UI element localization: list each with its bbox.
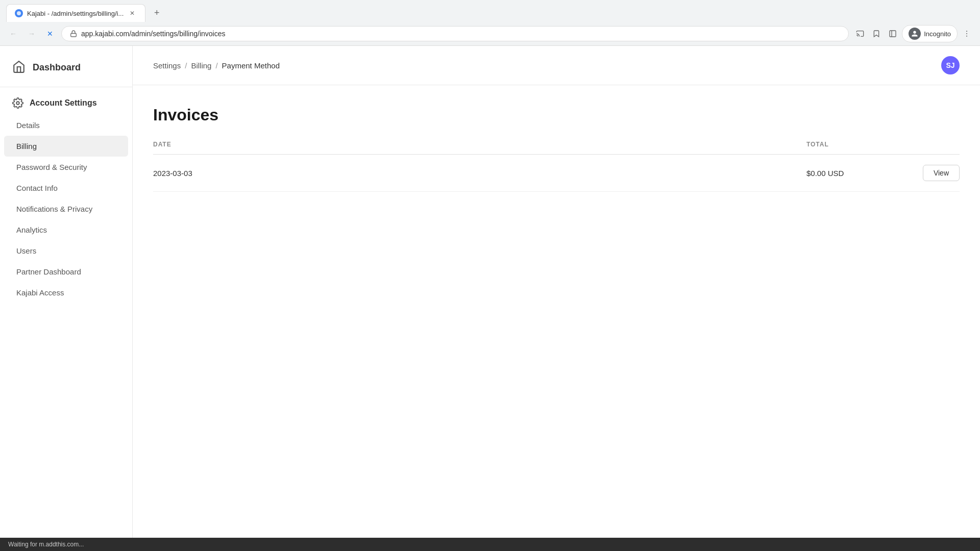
incognito-avatar (909, 28, 921, 40)
breadcrumb-sep-2: / (215, 61, 217, 70)
tab-favicon (15, 9, 23, 17)
sidebar-item-users[interactable]: Users (4, 240, 128, 261)
main-content: Settings / Billing / Payment Method SJ I… (133, 46, 980, 538)
kajabi-access-label: Kajabi Access (16, 288, 64, 297)
incognito-label: Incognito (924, 30, 951, 38)
content-area: Invoices DATE TOTAL 2023-03-03 $0.00 USD… (133, 85, 980, 538)
partner-dashboard-label: Partner Dashboard (16, 267, 81, 276)
breadcrumb: Settings / Billing / Payment Method (153, 61, 280, 70)
sidebar-item-contact-info[interactable]: Contact Info (4, 178, 128, 198)
svg-point-7 (966, 36, 967, 37)
svg-rect-1 (71, 33, 77, 36)
sidebar-item-partner-dashboard[interactable]: Partner Dashboard (4, 261, 128, 282)
svg-point-8 (16, 102, 19, 105)
dashboard-label: Dashboard (33, 62, 81, 73)
table-header: DATE TOTAL (153, 141, 960, 155)
reload-button[interactable]: ✕ (43, 27, 57, 41)
contact-info-label: Contact Info (16, 184, 58, 192)
cast-icon[interactable] (853, 27, 867, 41)
col-action-header (909, 141, 960, 148)
browser-toolbar: ← → ✕ app.kajabi.com/admin/settings/bill… (0, 22, 980, 45)
breadcrumb-sep-1: / (185, 61, 187, 70)
status-bar: Waiting for m.addthis.com... (0, 538, 980, 551)
svg-point-5 (966, 31, 967, 32)
new-tab-button[interactable]: + (150, 6, 164, 20)
home-icon (12, 60, 27, 74)
password-security-label: Password & Security (16, 163, 87, 171)
account-settings-section: Account Settings (0, 87, 132, 115)
top-bar: Settings / Billing / Payment Method SJ (133, 46, 980, 85)
back-button[interactable]: ← (6, 27, 20, 41)
page-title: Invoices (153, 106, 960, 124)
col-date-header: DATE (153, 141, 806, 148)
sidebar-toggle-icon[interactable] (886, 27, 900, 41)
user-avatar[interactable]: SJ (941, 56, 960, 74)
url-text: app.kajabi.com/admin/settings/billing/in… (81, 30, 840, 38)
sidebar-dashboard-link[interactable]: Dashboard (0, 46, 132, 87)
table-row: 2023-03-03 $0.00 USD View (153, 155, 960, 192)
tab-close-button[interactable]: ✕ (128, 9, 137, 18)
toolbar-actions: Incognito (853, 25, 974, 42)
account-settings-label: Account Settings (30, 98, 97, 108)
app-container: Dashboard Account Settings Details Billi… (0, 46, 980, 538)
address-bar[interactable]: app.kajabi.com/admin/settings/billing/in… (61, 26, 849, 41)
more-menu-icon[interactable] (960, 27, 974, 41)
incognito-button[interactable]: Incognito (902, 25, 958, 42)
users-label: Users (16, 246, 36, 255)
svg-rect-3 (890, 31, 896, 37)
invoice-date: 2023-03-03 (153, 169, 806, 178)
invoice-total: $0.00 USD (806, 169, 909, 178)
notifications-privacy-label: Notifications & Privacy (16, 205, 92, 213)
sidebar: Dashboard Account Settings Details Billi… (0, 46, 133, 538)
status-text: Waiting for m.addthis.com... (8, 541, 84, 548)
sidebar-item-kajabi-access[interactable]: Kajabi Access (4, 282, 128, 303)
sidebar-item-password-security[interactable]: Password & Security (4, 157, 128, 178)
details-label: Details (16, 121, 40, 130)
browser-tab-active[interactable]: Kajabi - /admin/settings/billing/i... ✕ (6, 4, 145, 22)
lock-icon (70, 30, 77, 37)
sidebar-item-analytics[interactable]: Analytics (4, 219, 128, 240)
forward-button[interactable]: → (24, 27, 39, 41)
tab-title: Kajabi - /admin/settings/billing/i... (27, 10, 124, 17)
breadcrumb-billing[interactable]: Billing (191, 61, 211, 70)
invoice-action: View (909, 165, 960, 181)
browser-titlebar: Kajabi - /admin/settings/billing/i... ✕ … (0, 0, 980, 22)
svg-point-6 (966, 33, 967, 34)
settings-icon (12, 97, 23, 109)
col-total-header: TOTAL (806, 141, 909, 148)
sidebar-item-notifications-privacy[interactable]: Notifications & Privacy (4, 198, 128, 219)
analytics-label: Analytics (16, 226, 47, 234)
breadcrumb-settings[interactable]: Settings (153, 61, 181, 70)
browser-chrome: Kajabi - /admin/settings/billing/i... ✕ … (0, 0, 980, 46)
billing-label: Billing (16, 142, 37, 151)
sidebar-item-details[interactable]: Details (4, 115, 128, 136)
sidebar-item-billing[interactable]: Billing (4, 136, 128, 157)
svg-point-0 (17, 11, 21, 15)
breadcrumb-current: Payment Method (222, 61, 280, 70)
bookmark-icon[interactable] (869, 27, 884, 41)
view-invoice-button[interactable]: View (923, 165, 960, 181)
